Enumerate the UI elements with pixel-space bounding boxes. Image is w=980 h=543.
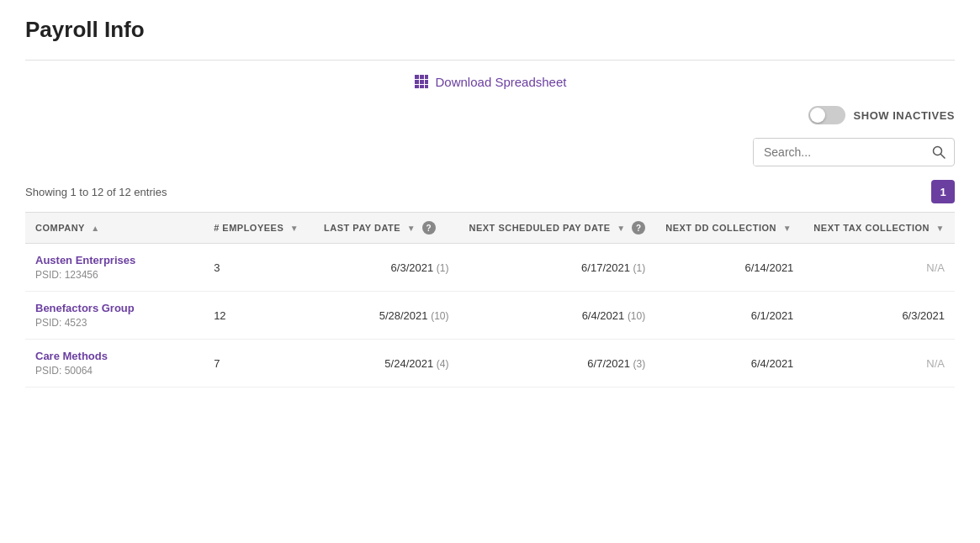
toggle-switch[interactable]	[808, 106, 845, 124]
help-icon-2[interactable]: ?	[632, 221, 645, 235]
table-row: Austen Enterprises PSID: 123456 3 6/3/20…	[25, 244, 955, 292]
toolbar: Download Spreadsheet	[25, 74, 955, 89]
cell-company: Benefactors Group PSID: 4523	[25, 292, 204, 340]
psid: PSID: 123456	[35, 269, 98, 281]
cell-employees: 12	[204, 292, 314, 340]
cell-last-pay: 5/28/2021 (10)	[314, 292, 458, 340]
svg-rect-6	[415, 85, 419, 88]
sort-icon-2: ▼	[407, 224, 416, 233]
search-row	[25, 138, 955, 166]
next-pay-count: (1)	[633, 262, 646, 274]
svg-rect-3	[415, 80, 419, 84]
cell-dd: 6/14/2021	[655, 244, 803, 292]
cell-company: Care Methods PSID: 50064	[25, 340, 204, 387]
svg-rect-8	[425, 85, 428, 88]
tax-date: N/A	[926, 261, 945, 274]
dd-date: 6/1/2021	[751, 309, 794, 322]
tax-date: 6/3/2021	[902, 309, 945, 322]
company-link[interactable]: Austen Enterprises	[35, 254, 193, 266]
employees-value: 3	[214, 261, 220, 274]
cell-next-pay: 6/4/2021 (10)	[459, 292, 656, 340]
svg-rect-7	[420, 85, 424, 88]
page-1-button[interactable]: 1	[931, 180, 955, 203]
payroll-table: COMPANY ▲ # EMPLOYEES ▼ LAST PAY DATE ▼ …	[25, 212, 955, 408]
header-tax-label: NEXT TAX COLLECTION	[813, 223, 930, 233]
svg-rect-4	[420, 80, 424, 84]
dd-date: 6/4/2021	[751, 357, 794, 370]
search-input[interactable]	[754, 139, 924, 166]
header-next-pay[interactable]: NEXT SCHEDULED PAY DATE ▼ ?	[459, 213, 656, 244]
employees-value: 12	[214, 309, 225, 322]
last-pay-date: 5/24/2021	[384, 357, 433, 370]
header-employees[interactable]: # EMPLOYEES ▼	[204, 213, 314, 244]
cell-company: Austen Enterprises PSID: 123456	[25, 244, 204, 292]
last-pay-date: 6/3/2021	[391, 261, 434, 274]
header-dd[interactable]: NEXT DD COLLECTION ▼	[655, 213, 803, 244]
cell-next-pay	[459, 387, 656, 409]
spreadsheet-icon	[414, 74, 429, 89]
dd-date: 6/14/2021	[745, 261, 794, 274]
header-last-pay[interactable]: LAST PAY DATE ▼ ?	[314, 213, 458, 244]
cell-dd: 6/4/2021	[655, 340, 803, 387]
search-button[interactable]	[924, 139, 954, 166]
cell-last-pay: 5/24/2021 (4)	[314, 340, 458, 387]
cell-dd	[655, 387, 803, 409]
next-pay-count: (10)	[628, 310, 645, 322]
page-title: Payroll Info	[25, 17, 955, 43]
show-inactives-label: SHOW INACTIVES	[854, 109, 955, 122]
company-link[interactable]: Care Methods	[35, 350, 193, 362]
psid: PSID: 50064	[35, 365, 93, 377]
header-employees-label: # EMPLOYEES	[214, 223, 283, 233]
sort-icon-3: ▼	[617, 224, 625, 233]
svg-rect-1	[420, 75, 424, 79]
last-pay-date: 5/28/2021	[379, 309, 428, 322]
next-pay-count: (3)	[633, 358, 646, 370]
cell-employees: 7	[204, 340, 314, 387]
company-link[interactable]: Benefactors Group	[35, 302, 193, 314]
header-company[interactable]: COMPANY ▲	[25, 213, 204, 244]
sort-asc-icon: ▲	[91, 224, 99, 233]
svg-rect-2	[425, 75, 428, 79]
sort-icon: ▼	[290, 224, 299, 233]
cell-next-pay: 6/17/2021 (1)	[459, 244, 656, 292]
svg-rect-0	[415, 75, 419, 79]
cell-next-pay: 6/7/2021 (3)	[459, 340, 656, 387]
divider	[25, 60, 955, 61]
show-inactives-toggle[interactable]: SHOW INACTIVES	[808, 106, 955, 124]
header-last-pay-label: LAST PAY DATE	[324, 223, 400, 233]
cell-tax	[803, 387, 955, 409]
header-dd-label: NEXT DD COLLECTION	[665, 223, 776, 233]
cell-last-pay	[314, 387, 458, 409]
help-icon[interactable]: ?	[422, 221, 436, 235]
cell-employees: 3	[204, 244, 314, 292]
last-pay-count: (10)	[431, 310, 448, 322]
psid: PSID: 4523	[35, 317, 87, 329]
entries-count: Showing 1 to 12 of 12 entries	[25, 186, 167, 198]
cell-tax: N/A	[803, 340, 955, 387]
svg-line-10	[941, 155, 946, 159]
header-tax[interactable]: NEXT TAX COLLECTION ▼	[803, 213, 955, 244]
next-pay-date: 6/17/2021	[581, 261, 630, 274]
svg-rect-5	[425, 80, 428, 84]
cell-last-pay: 6/3/2021 (1)	[314, 244, 458, 292]
tax-date: N/A	[926, 357, 945, 370]
table-row: Care Methods PSID: 50064 7 5/24/2021 (4)…	[25, 340, 955, 387]
cell-employees	[204, 387, 314, 409]
cell-dd: 6/1/2021	[655, 292, 803, 340]
employees-value: 7	[214, 357, 220, 370]
last-pay-count: (4)	[437, 358, 449, 370]
table-row: Benefactors Group PSID: 4523 12 5/28/202…	[25, 292, 955, 340]
header-company-label: COMPANY	[35, 223, 85, 233]
sort-icon-5: ▼	[936, 224, 945, 233]
next-pay-date: 6/4/2021	[582, 309, 625, 322]
download-spreadsheet-button[interactable]: Download Spreadsheet	[414, 74, 567, 89]
next-pay-date: 6/7/2021	[587, 357, 630, 370]
last-pay-count: (1)	[437, 262, 449, 274]
controls-row: SHOW INACTIVES	[25, 106, 955, 124]
cell-tax: N/A	[803, 244, 955, 292]
header-next-pay-label: NEXT SCHEDULED PAY DATE	[469, 223, 611, 233]
table-header-row: COMPANY ▲ # EMPLOYEES ▼ LAST PAY DATE ▼ …	[25, 213, 955, 244]
search-icon	[932, 145, 946, 159]
entries-row: Showing 1 to 12 of 12 entries 1	[25, 180, 955, 203]
pagination: 1	[931, 180, 955, 203]
